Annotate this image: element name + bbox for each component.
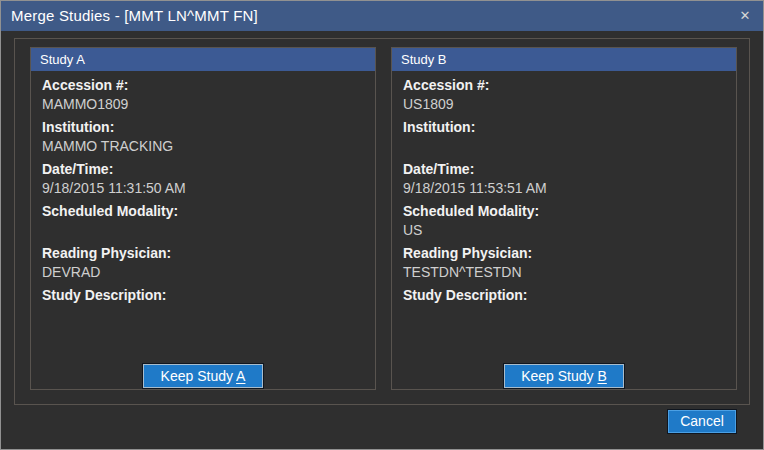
field-label: Reading Physician: [403,244,725,263]
keep-study-a-mnemonic: A [236,368,245,384]
study-b-panel: Study B Accession #: US1809 Institution:… [391,47,737,390]
study-a-panel: Study A Accession #: MAMMO1809 Instituti… [30,47,376,390]
field-study-description: Study Description: [42,286,364,324]
field-value: 9/18/2015 11:53:51 AM [403,179,725,198]
field-scheduled-modality: Scheduled Modality: US [403,202,725,240]
field-value [42,221,364,240]
cancel-button[interactable]: Cancel [668,410,736,433]
field-value: MAMMO1809 [42,95,364,114]
field-accession: Accession #: US1809 [403,76,725,114]
field-label: Reading Physician: [42,244,364,263]
field-value: DEVRAD [42,263,364,282]
keep-study-a-button[interactable]: Keep Study A [143,364,263,388]
field-label: Date/Time: [42,160,364,179]
field-label: Institution: [403,118,725,137]
dialog-title: Merge Studies - [MMT LN^MMT FN] [11,7,258,24]
field-label: Accession #: [403,76,725,95]
field-label: Institution: [42,118,364,137]
field-value: 9/18/2015 11:31:50 AM [42,179,364,198]
field-value: MAMMO TRACKING [42,137,364,156]
titlebar[interactable]: Merge Studies - [MMT LN^MMT FN] [1,1,763,31]
field-reading-physician: Reading Physician: TESTDN^TESTDN [403,244,725,282]
field-label: Accession #: [42,76,364,95]
field-value [403,137,725,156]
field-value: US1809 [403,95,725,114]
close-icon[interactable]: ✕ [727,1,763,31]
field-reading-physician: Reading Physician: DEVRAD [42,244,364,282]
study-a-header: Study A [31,48,375,71]
field-label: Date/Time: [403,160,725,179]
field-label: Scheduled Modality: [403,202,725,221]
field-label: Scheduled Modality: [42,202,364,221]
field-institution: Institution: [403,118,725,156]
field-value [403,305,725,324]
keep-study-b-button[interactable]: Keep Study B [504,364,624,388]
keep-study-b-label: Keep Study [521,368,597,384]
study-b-header: Study B [392,48,736,71]
field-scheduled-modality: Scheduled Modality: [42,202,364,240]
study-b-fields: Accession #: US1809 Institution: Date/Ti… [392,71,736,324]
merge-studies-dialog: Merge Studies - [MMT LN^MMT FN] ✕ Study … [0,0,764,450]
keep-study-a-label: Keep Study [161,368,237,384]
study-a-fields: Accession #: MAMMO1809 Institution: MAMM… [31,71,375,324]
field-accession: Accession #: MAMMO1809 [42,76,364,114]
field-label: Study Description: [403,286,725,305]
field-datetime: Date/Time: 9/18/2015 11:53:51 AM [403,160,725,198]
keep-study-b-mnemonic: B [597,368,606,384]
field-value [42,305,364,324]
field-study-description: Study Description: [403,286,725,324]
field-datetime: Date/Time: 9/18/2015 11:31:50 AM [42,160,364,198]
field-label: Study Description: [42,286,364,305]
field-institution: Institution: MAMMO TRACKING [42,118,364,156]
field-value: TESTDN^TESTDN [403,263,725,282]
field-value: US [403,221,725,240]
studies-groupbox: Study A Accession #: MAMMO1809 Instituti… [14,38,750,405]
